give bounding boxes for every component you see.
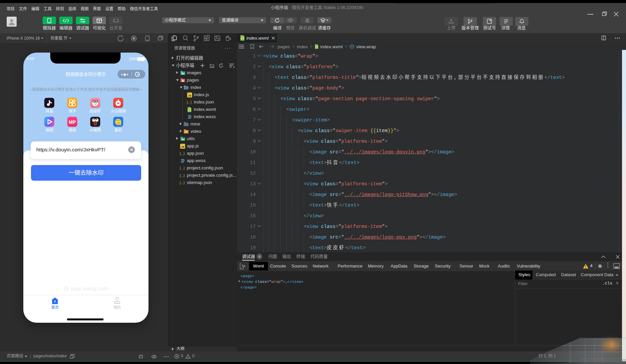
svg-text:{..}: {..} [180,166,185,170]
svg-text:{..}: {..} [180,181,185,185]
svg-text:{..}: {..} [180,174,185,178]
svg-text:{..}: {..} [180,152,185,156]
svg-text:{..}: {..} [187,100,192,104]
svg-text:MP: MP [69,119,76,125]
svg-text:JS: JS [181,145,184,148]
svg-text:JS: JS [188,94,191,97]
